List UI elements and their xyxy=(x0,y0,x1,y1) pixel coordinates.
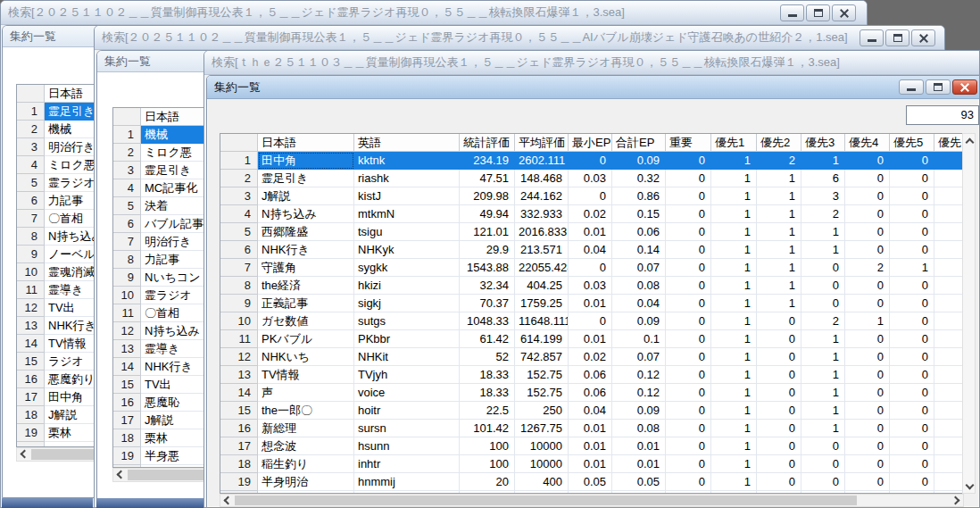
cell[interactable]: 152.75 xyxy=(515,384,569,402)
cell[interactable] xyxy=(934,312,963,330)
cell[interactable]: 0.1 xyxy=(612,330,666,348)
cell[interactable]: 1 xyxy=(801,348,845,366)
table-row[interactable]: 19半身明治hnmmij204000.050.05010000 xyxy=(220,473,963,491)
restore-button[interactable] xyxy=(885,29,909,46)
minimize-button[interactable] xyxy=(899,79,924,95)
table-row[interactable]: 6NHK行きNHKyk29.9213.5710.040.14011100 xyxy=(220,241,963,259)
cell[interactable]: 22055.428 xyxy=(515,259,569,277)
cell[interactable] xyxy=(934,187,963,205)
cell[interactable]: 0 xyxy=(845,402,890,420)
cell[interactable]: 0.07 xyxy=(612,348,666,366)
cell[interactable] xyxy=(934,223,963,241)
cell[interactable]: 0 xyxy=(845,455,890,473)
cell[interactable]: 0 xyxy=(845,295,890,312)
cell[interactable]: 1 xyxy=(711,170,757,187)
cell[interactable]: 0.09 xyxy=(612,152,666,170)
cell[interactable]: 1 xyxy=(845,312,890,330)
cell[interactable]: NHKit xyxy=(354,348,460,366)
cell[interactable]: 1 xyxy=(757,223,801,241)
scrollbar-thumb[interactable] xyxy=(235,496,857,505)
cell[interactable]: 0.08 xyxy=(612,420,666,437)
cell[interactable] xyxy=(934,348,963,366)
cell[interactable]: 0 xyxy=(845,241,890,259)
cell[interactable]: 0 xyxy=(569,187,612,205)
cell[interactable]: 霊足引き xyxy=(258,170,354,187)
cell[interactable] xyxy=(934,384,963,402)
cell[interactable]: 70.37 xyxy=(460,295,515,312)
cell[interactable]: kistJ xyxy=(354,187,460,205)
cell[interactable]: 0 xyxy=(890,330,934,348)
cell[interactable]: 0 xyxy=(666,402,711,420)
cell[interactable]: 0 xyxy=(666,152,711,170)
cell[interactable]: 1048.33 xyxy=(460,312,515,330)
cell[interactable]: 田中角 xyxy=(258,152,354,170)
cell[interactable]: 1 xyxy=(711,295,757,312)
cell[interactable]: 0 xyxy=(666,348,711,366)
cell[interactable] xyxy=(934,455,963,473)
close-button[interactable] xyxy=(911,29,935,46)
table-row[interactable]: 12NHKいちNHKit52742.8570.020.07010100 xyxy=(220,348,963,366)
cell[interactable]: 0.02 xyxy=(569,348,612,366)
scroll-right-button[interactable] xyxy=(950,495,963,506)
cell[interactable]: 0.05 xyxy=(612,473,666,491)
cell[interactable]: 0.07 xyxy=(612,259,666,277)
cell[interactable]: 1 xyxy=(711,223,757,241)
cell[interactable] xyxy=(934,330,963,348)
cell[interactable]: 250 xyxy=(515,402,569,420)
cell[interactable]: 0.03 xyxy=(569,170,612,187)
h-scrollbar[interactable] xyxy=(220,494,964,507)
cell[interactable]: 2 xyxy=(801,312,845,330)
cell[interactable] xyxy=(934,420,963,437)
cell[interactable]: 0 xyxy=(801,437,845,455)
scroll-up-button[interactable] xyxy=(963,135,976,146)
cell[interactable]: 1 xyxy=(757,187,801,205)
cell[interactable]: 0 xyxy=(666,455,711,473)
cell[interactable]: 1759.25 xyxy=(515,295,569,312)
cell[interactable]: 404.25 xyxy=(515,277,569,295)
cell[interactable]: 0 xyxy=(890,152,934,170)
cell[interactable]: 想念波 xyxy=(258,437,354,455)
cell[interactable]: 0 xyxy=(845,384,890,402)
cell[interactable]: 0 xyxy=(801,455,845,473)
cell[interactable]: 0 xyxy=(890,437,934,455)
cell[interactable]: 1 xyxy=(711,437,757,455)
cell[interactable]: 0 xyxy=(890,455,934,473)
scroll-down-button[interactable] xyxy=(963,480,976,492)
cell[interactable]: 1 xyxy=(757,205,801,223)
restore-button[interactable] xyxy=(926,79,951,95)
cell[interactable] xyxy=(934,437,963,455)
cell[interactable]: 1 xyxy=(711,384,757,402)
cell[interactable]: 0 xyxy=(845,348,890,366)
cell[interactable]: TV情報 xyxy=(258,366,354,384)
cell[interactable]: 0.04 xyxy=(569,241,612,259)
cell[interactable]: 0 xyxy=(757,473,801,491)
cell[interactable]: 0 xyxy=(890,205,934,223)
cell[interactable]: 152.75 xyxy=(515,366,569,384)
cell[interactable]: 0.06 xyxy=(569,366,612,384)
cell[interactable]: 0 xyxy=(569,259,612,277)
cell[interactable]: 0 xyxy=(666,295,711,312)
cell[interactable]: 29.9 xyxy=(460,241,515,259)
cell[interactable]: 52 xyxy=(460,348,515,366)
cell[interactable]: 121.01 xyxy=(460,223,515,241)
cell[interactable]: 0 xyxy=(890,384,934,402)
cell[interactable]: 半身明治 xyxy=(258,473,354,491)
cell[interactable]: 1 xyxy=(711,348,757,366)
cell[interactable]: 209.98 xyxy=(460,187,515,205)
cell[interactable]: 1 xyxy=(711,455,757,473)
cell[interactable]: 0.03 xyxy=(569,277,612,295)
cell[interactable]: 0 xyxy=(666,277,711,295)
cell[interactable]: mtkmN xyxy=(354,205,460,223)
cell[interactable]: 0 xyxy=(666,473,711,491)
table-row[interactable]: 15the一郎〇hoitr22.52500.040.09010100 xyxy=(220,402,963,420)
cell[interactable]: 11648.111 xyxy=(515,312,569,330)
cell[interactable]: 0 xyxy=(890,241,934,259)
cell[interactable]: 18.33 xyxy=(460,384,515,402)
table-row[interactable]: 4N持ち込みmtkmN49.94332.9330.020.15011200 xyxy=(220,205,963,223)
cell[interactable]: 0 xyxy=(845,170,890,187)
cell[interactable]: 0 xyxy=(666,384,711,402)
cell[interactable]: 1 xyxy=(711,473,757,491)
cell[interactable]: 0 xyxy=(666,187,711,205)
cell[interactable]: 101.42 xyxy=(460,420,515,437)
cell[interactable] xyxy=(934,170,963,187)
